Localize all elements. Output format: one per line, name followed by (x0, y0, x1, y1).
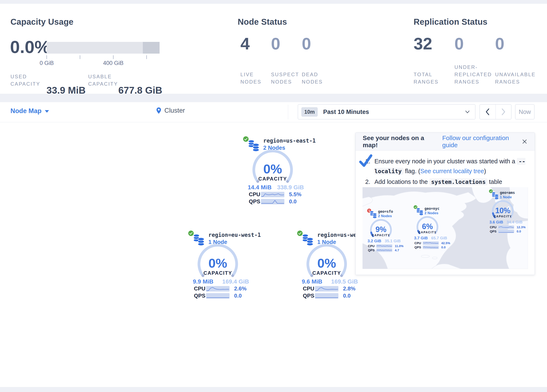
locality-node-eu-west-1[interactable]: region=eu-west-1 1 Node 0% CAPACITY 9.9 … (187, 228, 250, 301)
node-count-label: 2 Nodes (424, 211, 438, 215)
cpu-sparkline (376, 244, 392, 248)
locality-label: geo=ams (500, 191, 515, 195)
locality-label: region=eu-west-1 (208, 232, 261, 238)
world-map-preview: 1 geo=sfo 2 Nodes 9% CAPACITY 3.2 GiB 35 (362, 187, 528, 269)
capacity-gauge: 10% CAPACITY (489, 199, 517, 221)
svg-text:CAPACITY: CAPACITY (494, 215, 512, 218)
cluster-summary-bar: Capacity Usage 0.0% 0 GiB 400 GiB USED C… (0, 4, 547, 94)
svg-text:0%: 0% (263, 162, 282, 176)
svg-text:0%: 0% (317, 256, 336, 270)
popup-header: See your nodes on a map! Follow our conf… (356, 133, 535, 151)
cpu-value: 2.6% (234, 285, 246, 292)
total-capacity: 169.5 GiB (331, 278, 358, 285)
view-mode-dropdown[interactable]: Node Map (10, 107, 49, 115)
locality-node-us-east-1[interactable]: region=us-east-1 2 Nodes 0% CAPACITY 14.… (242, 134, 305, 206)
view-toolbar: Node Map Cluster 10m Past 10 Minutes Now (0, 102, 547, 122)
total-capacity: 34.4 GiB (506, 220, 522, 225)
capacity-gauge: 6% CAPACITY (414, 215, 441, 237)
axis-tick (113, 55, 114, 59)
map-node-nyc[interactable]: geo=nyc 2 Nodes 6% CAPACITY 3.7 GiB 65.7… (414, 205, 453, 250)
axis-tick-label: 0 GiB (30, 60, 63, 66)
total-capacity: 338.9 GiB (277, 184, 304, 191)
used-capacity: 3.2 GiB (368, 239, 381, 243)
cpu-sparkline (423, 241, 439, 245)
qps-value: 0.0 (289, 198, 297, 205)
cpu-sparkline (315, 286, 338, 291)
total-capacity: 169.4 GiB (222, 278, 249, 285)
locality-label: geo=sfo (378, 209, 393, 213)
dead-nodes-stat: 0 DEAD NODES (302, 35, 331, 85)
live-nodes-stat: 4 LIVE NODES (240, 35, 270, 85)
replication-status-title: Replication Status (414, 17, 487, 27)
close-button[interactable] (522, 139, 527, 144)
qps-value: 0.0 (234, 293, 242, 299)
total-capacity: 65.7 GiB (431, 236, 447, 241)
svg-text:CAPACITY: CAPACITY (313, 270, 341, 276)
used-capacity: 3.7 GiB (414, 236, 428, 241)
qps-metric-row: QPS 0.0 (414, 245, 446, 249)
chevron-right-icon (501, 108, 506, 115)
qps-metric-row: QPS 0.0 (303, 293, 351, 299)
cpu-value: 2.8% (343, 285, 356, 292)
capacity-usage-title: Capacity Usage (10, 17, 74, 27)
capacity-bar (47, 42, 160, 54)
capacity-bar-reserved-segment (143, 42, 160, 54)
database-stack-icon (491, 192, 499, 200)
locality-tree-link[interactable]: See current locality tree (420, 168, 484, 174)
svg-text:0%: 0% (208, 256, 227, 270)
time-range-badge: 10m (301, 107, 318, 117)
now-button[interactable]: Now (515, 104, 534, 119)
cpu-sparkline (261, 192, 284, 197)
configuration-guide-link[interactable]: Follow our configuration guide (442, 134, 522, 149)
system-locations-code: system.locations (430, 179, 487, 185)
locality-label: region=us-east-1 (263, 138, 316, 144)
step-1-text: Ensure every node in your cluster was st… (375, 156, 526, 176)
axis-tick (80, 55, 80, 59)
qps-value: 4.7 (395, 248, 399, 252)
time-range-select[interactable]: 10m Past 10 Minutes (298, 104, 475, 119)
cpu-metric-row: CPU 42.5% (414, 241, 450, 245)
node-map-canvas: region=us-east-1 2 Nodes 0% CAPACITY 14.… (0, 122, 547, 390)
time-forward-button[interactable] (496, 104, 511, 119)
capacity-gauge: 0% CAPACITY (195, 244, 241, 281)
setup-step-1: 1. Ensure every node in your cluster was… (365, 156, 526, 176)
used-capacity: 14.4 MiB (248, 184, 272, 191)
qps-value: 0.0 (517, 229, 521, 233)
capacity-gauge: 0% CAPACITY (250, 150, 296, 186)
locality-node-us-west-1[interactable]: region=us-west-1 1 Node 0% CAPACITY 9.6 … (296, 228, 359, 301)
qps-sparkline (498, 230, 514, 233)
used-capacity: 9.6 MiB (302, 278, 322, 285)
axis-tick-label: 400 GiB (96, 60, 130, 66)
popup-title: See your nodes on a map! (363, 134, 437, 149)
used-capacity-label: USED CAPACITY (10, 73, 40, 88)
cpu-value: 42.5% (441, 241, 450, 245)
map-pin-icon (156, 107, 161, 114)
map-node-ams[interactable]: geo=ams 1 Node 10% CAPACITY 3.6 GiB 34.4… (489, 189, 528, 234)
capacity-used-percent: 0.0% (10, 37, 50, 57)
time-step-arrows (479, 104, 511, 119)
cpu-value: 5.5% (289, 191, 301, 198)
cpu-sparkline (206, 286, 230, 291)
qps-sparkline (261, 199, 284, 204)
svg-text:9%: 9% (376, 225, 386, 234)
under-replicated-ranges-stat: 0 UNDER- REPLICATED RANGES (454, 35, 492, 85)
capacity-gauge: 9% CAPACITY (367, 218, 395, 240)
node-map-setup-popup: See your nodes on a map! Follow our conf… (356, 132, 535, 275)
capacity-gauge: 0% CAPACITY (304, 244, 350, 281)
used-capacity-value: 33.9 MiB (47, 85, 86, 96)
breadcrumb[interactable]: Cluster (156, 107, 185, 114)
svg-text:10%: 10% (495, 206, 510, 215)
unavailable-ranges-stat: 0 UNAVAILABLE RANGES (495, 35, 535, 85)
time-back-button[interactable] (480, 104, 496, 119)
locality-label: geo=nyc (424, 206, 440, 211)
breadcrumb-label: Cluster (164, 107, 185, 114)
axis-tick (47, 55, 47, 59)
page-bottom-strip (0, 387, 547, 390)
cpu-metric-row: CPU 5.5% (249, 191, 301, 198)
used-capacity: 9.9 MiB (193, 278, 213, 285)
chevron-left-icon (485, 108, 490, 115)
svg-text:6%: 6% (422, 222, 433, 231)
map-node-sfo[interactable]: 1 geo=sfo 2 Nodes 9% CAPACITY 3.2 GiB 35 (367, 208, 407, 253)
cpu-metric-row: CPU 11.0% (368, 244, 403, 248)
node-count-label: 1 Node (500, 195, 512, 199)
